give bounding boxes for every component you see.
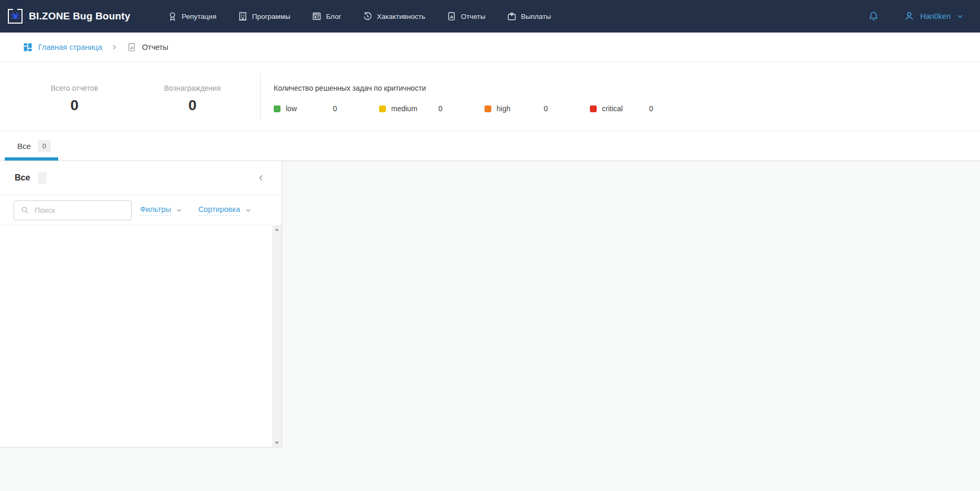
breadcrumb-home-link[interactable]: Главная страница — [38, 43, 102, 51]
blog-icon — [311, 11, 322, 22]
legend-item-medium: medium 0 — [379, 104, 484, 113]
legend-value: 0 — [649, 104, 653, 113]
nav-item-label: Программы — [252, 13, 290, 20]
breadcrumb-current-label: Отчеты — [142, 43, 168, 51]
legend-value: 0 — [333, 104, 337, 113]
sort-label: Сортировка — [198, 205, 240, 216]
stat-value: 0 — [143, 97, 242, 114]
panel-title: Все — [15, 173, 30, 183]
person-icon — [903, 10, 915, 22]
nav-item-blog[interactable]: Блог — [311, 11, 341, 22]
app-title: BI.ZONE Bug Bounty — [29, 10, 131, 22]
medium-swatch — [379, 105, 386, 112]
bell-icon — [868, 10, 879, 22]
history-icon — [362, 11, 373, 22]
severity-summary: Количество решенных задач по критичности… — [261, 62, 695, 131]
building-icon — [238, 11, 248, 22]
nav-item-label: Выплаты — [521, 13, 551, 20]
breadcrumb-home[interactable]: Главная страница — [23, 42, 102, 52]
search-box[interactable] — [14, 200, 132, 220]
legend-item-low: low 0 — [274, 104, 379, 113]
breadcrumb-current: Отчеты — [126, 42, 168, 52]
legend-label: critical — [602, 104, 649, 113]
stat-total-reports: Всего отчетов 0 — [25, 62, 124, 131]
nav-item-hackactivity[interactable]: Хакактивность — [362, 11, 425, 22]
report-chart-icon — [446, 11, 457, 22]
notifications-button[interactable] — [868, 10, 879, 22]
stat-label: Всего отчетов — [25, 84, 124, 92]
stats-section: Всего отчетов 0 Вознаграждения 0 Количес… — [0, 62, 980, 131]
severity-legend: low 0 medium 0 high 0 critical 0 — [274, 104, 695, 113]
severity-title: Количество решенных задач по критичности — [274, 84, 695, 92]
high-swatch — [484, 105, 491, 112]
report-doc-icon — [126, 42, 137, 52]
stat-rewards: Вознаграждения 0 — [143, 62, 242, 131]
tab-count-badge: 0 — [38, 140, 51, 152]
tab-all[interactable]: Все 0 — [17, 140, 51, 152]
vertical-scrollbar[interactable] — [272, 226, 282, 447]
chevron-down-icon — [244, 206, 252, 214]
tabs-row: Все 0 — [0, 131, 980, 161]
chevron-down-icon — [175, 206, 183, 214]
legend-value: 0 — [438, 104, 443, 113]
top-navigation-bar: BI.ZONE Bug Bounty Репутация Программы — [0, 0, 980, 33]
legend-item-critical: critical 0 — [590, 104, 695, 113]
tab-label: Все — [17, 142, 31, 151]
scroll-up-arrow-icon[interactable] — [275, 228, 279, 231]
award-icon — [167, 11, 178, 22]
chevron-down-icon — [956, 12, 964, 20]
legend-label: medium — [391, 104, 438, 113]
filters-label: Фильтры — [140, 205, 171, 216]
user-menu[interactable]: Han0ken — [903, 10, 964, 22]
page: BI.ZONE Bug Bounty Репутация Программы — [0, 0, 980, 491]
nav-item-label: Блог — [326, 13, 341, 20]
app-logo[interactable]: BI.ZONE Bug Bounty — [7, 8, 131, 25]
main-nav: Репутация Программы Блог — [167, 11, 551, 22]
active-tab-indicator — [5, 157, 58, 161]
nav-item-payouts[interactable]: Выплаты — [507, 11, 551, 22]
legend-label: low — [286, 104, 333, 113]
stat-label: Вознаграждения — [143, 84, 242, 92]
dashboard-grid-icon — [23, 42, 33, 52]
sort-dropdown[interactable]: Сортировка — [198, 205, 252, 216]
chevron-right-icon — [111, 44, 118, 51]
nav-item-reports[interactable]: Отчеты — [446, 11, 486, 22]
nav-item-programs[interactable]: Программы — [238, 11, 290, 22]
chevron-left-icon — [256, 173, 266, 183]
nav-item-label: Репутация — [182, 13, 217, 20]
report-detail-placeholder — [282, 161, 980, 491]
topbar-right: Han0ken — [868, 10, 964, 22]
panel-toolbar: Фильтры Сортировка — [0, 195, 282, 226]
low-swatch — [274, 105, 281, 112]
panel-header: Все — [0, 161, 282, 195]
nav-item-label: Отчеты — [461, 13, 486, 20]
critical-swatch — [590, 105, 597, 112]
content-area: Все Фильтры — [0, 161, 980, 491]
legend-item-high: high 0 — [484, 104, 590, 113]
stat-value: 0 — [25, 97, 124, 114]
bug-logo-icon — [7, 8, 24, 25]
panel-count-badge — [38, 172, 47, 184]
search-icon — [20, 206, 29, 215]
scroll-down-arrow-icon[interactable] — [275, 442, 279, 444]
legend-label: high — [497, 104, 544, 113]
legend-value: 0 — [544, 104, 548, 113]
collapse-panel-button[interactable] — [256, 173, 266, 183]
user-name: Han0ken — [920, 12, 951, 20]
nav-item-reputation[interactable]: Репутация — [167, 11, 217, 22]
reports-list-panel: Все Фильтры — [0, 161, 282, 447]
reports-list — [0, 226, 282, 447]
briefcase-icon — [507, 11, 517, 22]
search-input[interactable] — [35, 206, 126, 215]
breadcrumb: Главная страница Отчеты — [0, 33, 980, 62]
nav-item-label: Хакактивность — [377, 13, 425, 20]
filters-dropdown[interactable]: Фильтры — [140, 205, 183, 216]
